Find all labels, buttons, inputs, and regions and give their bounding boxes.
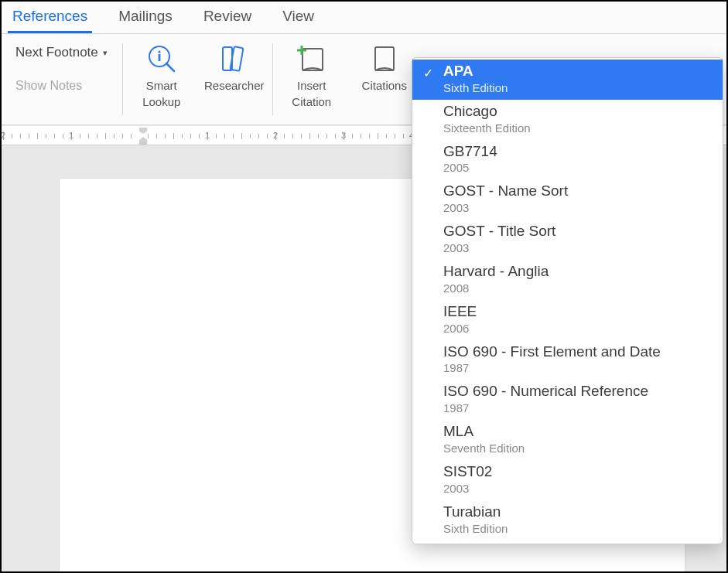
chevron-down-icon: ▾	[103, 48, 108, 58]
ruler-number: 1	[205, 131, 210, 140]
style-option-iso-690-first-element-and-date[interactable]: ISO 690 - First Element and Date1987	[412, 340, 723, 380]
style-subtitle: 2006	[443, 322, 712, 336]
citations-icon	[367, 42, 402, 76]
smart-lookup-label2: Lookup	[142, 95, 180, 108]
style-option-gost-name-sort[interactable]: GOST - Name Sort2003	[412, 179, 723, 220]
insert-citation-button[interactable]: Insert Citation	[281, 40, 343, 109]
researcher-label: Researcher	[204, 79, 265, 92]
style-name: GOST - Title Sort	[443, 223, 712, 240]
next-footnote-label: Next Footnote	[15, 45, 98, 60]
show-notes-button: Show Notes	[14, 65, 109, 93]
style-name: GB7714	[443, 143, 712, 161]
style-option-chicago[interactable]: ChicagoSixteenth Edition	[412, 100, 723, 140]
researcher-button[interactable]: Researcher	[203, 40, 265, 109]
smart-lookup-button[interactable]: Smart Lookup	[131, 40, 193, 109]
style-subtitle: 2003	[443, 482, 712, 496]
style-option-turabian[interactable]: TurabianSixth Edition	[412, 500, 723, 541]
style-subtitle: 2008	[443, 281, 712, 295]
style-name: MLA	[443, 423, 712, 441]
books-icon	[217, 42, 251, 76]
style-name: IEEE	[443, 303, 712, 321]
svg-line-1	[166, 63, 174, 71]
style-name: ISO 690 - First Element and Date	[443, 343, 712, 361]
style-option-ieee[interactable]: IEEE2006	[412, 300, 723, 340]
style-subtitle: Seventh Edition	[443, 442, 712, 455]
insert-citation-label1: Insert	[297, 79, 326, 92]
svg-rect-10	[375, 47, 394, 70]
insert-citation-label2: Citation	[292, 95, 331, 108]
tab-view[interactable]: View	[278, 0, 319, 33]
style-subtitle: 2005	[443, 161, 712, 175]
magnifier-info-icon	[145, 42, 179, 76]
tab-review[interactable]: Review	[199, 0, 256, 33]
insert-citation-icon	[295, 42, 329, 76]
style-name: GOST - Name Sort	[443, 182, 712, 200]
style-name: Harvard - Anglia	[443, 263, 712, 281]
style-subtitle: Sixth Edition	[443, 522, 712, 536]
tab-mailings[interactable]: Mailings	[114, 0, 177, 33]
style-subtitle: 1987	[443, 361, 712, 375]
style-option-iso-690-numerical-reference[interactable]: ISO 690 - Numerical Reference1987	[412, 380, 723, 420]
svg-rect-3	[158, 54, 160, 61]
style-name: Turabian	[443, 503, 712, 521]
style-subtitle: Sixth Edition	[443, 81, 712, 95]
style-name: SIST02	[443, 463, 712, 481]
style-subtitle: Sixteenth Edition	[443, 121, 712, 135]
style-subtitle: 2003	[443, 241, 712, 255]
style-option-sist02[interactable]: SIST022003	[412, 460, 723, 500]
citations-label: Citations	[362, 79, 407, 92]
svg-point-2	[158, 50, 160, 53]
style-subtitle: 1987	[443, 401, 712, 415]
svg-rect-7	[302, 49, 323, 70]
style-name: Chicago	[443, 103, 712, 121]
citations-button[interactable]: Citations	[354, 40, 415, 109]
ruler-number: 2	[273, 131, 278, 140]
indent-marker[interactable]	[138, 126, 149, 145]
style-option-mla[interactable]: MLASeventh Edition	[412, 420, 723, 460]
style-option-gb7714[interactable]: GB77142005	[412, 140, 723, 180]
ribbon-tabs: References Mailings Review View	[2, 2, 726, 34]
smart-lookup-label1: Smart	[146, 79, 177, 92]
style-option-harvard-anglia[interactable]: Harvard - Anglia2008	[412, 260, 723, 300]
citation-style-dropdown[interactable]: APASixth EditionChicagoSixteenth Edition…	[412, 57, 723, 544]
style-option-apa[interactable]: APASixth Edition	[412, 60, 723, 100]
ruler-number: 3	[341, 131, 346, 140]
ruler-number: 2	[2, 131, 5, 140]
style-name: APA	[443, 63, 712, 80]
ruler-number: 1	[69, 131, 73, 140]
style-subtitle: 2003	[443, 201, 712, 215]
style-name: ISO 690 - Numerical Reference	[443, 383, 712, 401]
tab-references[interactable]: References	[8, 0, 92, 33]
style-option-gost-title-sort[interactable]: GOST - Title Sort2003	[412, 220, 723, 260]
next-footnote-button[interactable]: Next Footnote ▾	[14, 40, 109, 65]
